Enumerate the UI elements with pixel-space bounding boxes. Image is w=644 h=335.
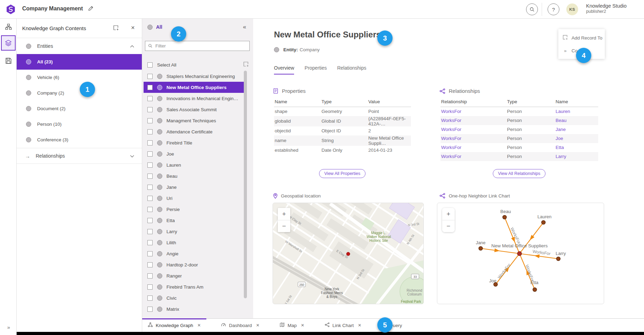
- entity-type-item[interactable]: Document (2): [17, 101, 142, 116]
- cell-link[interactable]: Beau: [555, 116, 598, 125]
- one-hop-link-chart[interactable]: + − BeauWorksForLaurenJaneLarryWorksForJ…: [437, 203, 604, 304]
- item-checkbox[interactable]: [147, 273, 153, 279]
- item-checkbox[interactable]: [147, 196, 153, 201]
- list-item[interactable]: Persie: [144, 204, 244, 215]
- record-tab-overview[interactable]: Overview: [274, 65, 294, 74]
- chevron-down-icon[interactable]: [130, 153, 134, 159]
- relationships-section-header[interactable]: → Relationships: [17, 148, 142, 164]
- item-checkbox[interactable]: [147, 218, 153, 223]
- list-item[interactable]: Staplers Mechanical Engineering: [144, 71, 244, 82]
- expand-rail-icon[interactable]: »: [0, 324, 17, 330]
- item-checkbox[interactable]: [147, 174, 153, 179]
- item-checkbox[interactable]: [147, 262, 153, 267]
- zoom-in-button[interactable]: +: [442, 208, 455, 220]
- close-tab-icon[interactable]: ✕: [358, 323, 361, 328]
- list-item[interactable]: Jane: [144, 182, 244, 193]
- cell-link[interactable]: Jane: [555, 125, 598, 134]
- close-panel-icon[interactable]: ✕: [131, 25, 135, 30]
- entity-type-item[interactable]: Company (2): [17, 85, 142, 101]
- select-all-checkbox[interactable]: [147, 62, 153, 68]
- link-chart-node[interactable]: [542, 221, 546, 224]
- entity-type-item[interactable]: Vehicle (6): [17, 70, 142, 85]
- cell-link[interactable]: WorksFor: [440, 125, 506, 134]
- cell-link[interactable]: WorksFor: [440, 116, 506, 125]
- close-tab-icon[interactable]: ✕: [256, 323, 259, 328]
- list-item[interactable]: Joe: [144, 148, 244, 159]
- close-tab-icon[interactable]: ✕: [301, 323, 304, 328]
- cell-link[interactable]: WorksFor: [440, 152, 506, 161]
- view-tab-knowledge-graph[interactable]: Knowledge Graph✕: [142, 319, 206, 332]
- list-item[interactable]: Firebird Trans Am: [144, 281, 244, 292]
- item-checkbox[interactable]: [147, 229, 153, 234]
- item-checkbox[interactable]: [147, 96, 153, 101]
- add-record-icon[interactable]: [243, 61, 249, 69]
- list-item[interactable]: New Metal Office Suppliers: [144, 82, 244, 93]
- link-chart-center-node[interactable]: [517, 252, 522, 256]
- link-chart-node[interactable]: [557, 257, 560, 261]
- item-checkbox[interactable]: [147, 240, 153, 245]
- help-icon[interactable]: ?: [548, 3, 559, 15]
- list-item[interactable]: Angie: [144, 248, 244, 259]
- save-icon[interactable]: [0, 55, 17, 67]
- record-tab-properties[interactable]: Properties: [304, 65, 327, 74]
- scrollbar-thumb[interactable]: [244, 71, 247, 298]
- view-tab-dashboard[interactable]: Dashboard✕: [215, 319, 265, 332]
- item-checkbox[interactable]: [147, 74, 153, 79]
- list-item[interactable]: Attendance Certificate: [144, 126, 244, 137]
- view-all-relationships-button[interactable]: View All Relationships: [493, 169, 546, 178]
- entity-type-item[interactable]: Conference (3): [17, 132, 142, 148]
- list-item[interactable]: Lauren: [144, 159, 244, 170]
- item-checkbox[interactable]: [147, 251, 153, 256]
- list-item[interactable]: Uri: [144, 193, 244, 204]
- list-item[interactable]: Innovations in Mechanical Engin…: [144, 93, 244, 104]
- cell-link[interactable]: Larry: [555, 152, 598, 161]
- item-checkbox[interactable]: [147, 284, 153, 290]
- search-icon[interactable]: [526, 3, 538, 15]
- item-checkbox[interactable]: [147, 307, 153, 312]
- item-checkbox[interactable]: [147, 296, 153, 301]
- zoom-out-button[interactable]: −: [278, 220, 290, 232]
- list-item[interactable]: Etta: [144, 215, 244, 226]
- edit-title-icon[interactable]: [88, 6, 94, 12]
- user-info[interactable]: Knowledge Studio publisher2: [586, 3, 627, 15]
- zoom-out-button[interactable]: −: [442, 220, 455, 232]
- collapse-panel-icon[interactable]: «: [243, 24, 246, 30]
- list-item[interactable]: Hardtop 2-door: [144, 259, 244, 270]
- list-item[interactable]: Matrix: [144, 303, 244, 315]
- item-checkbox[interactable]: [147, 129, 153, 134]
- entities-section-header[interactable]: Entities: [17, 38, 142, 54]
- entity-type-item[interactable]: All (23): [17, 54, 142, 70]
- record-tab-relationships[interactable]: Relationships: [337, 65, 366, 74]
- list-item[interactable]: Managment Techniques: [144, 115, 244, 126]
- cell-link[interactable]: Lauren: [555, 107, 598, 116]
- layers-icon[interactable]: [1, 35, 16, 51]
- cell-link[interactable]: WorksFor: [440, 134, 506, 143]
- list-item[interactable]: Sales Associate Summit: [144, 104, 244, 115]
- item-checkbox[interactable]: [147, 107, 153, 112]
- list-item[interactable]: Ranger: [144, 270, 244, 281]
- entity-type-item[interactable]: Person (10): [17, 116, 142, 132]
- view-tab-link-chart[interactable]: Link Chart✕: [319, 319, 367, 332]
- item-checkbox[interactable]: [147, 162, 153, 168]
- list-item[interactable]: Civic: [144, 292, 244, 303]
- link-chart-node[interactable]: [479, 247, 483, 250]
- item-checkbox[interactable]: [147, 185, 153, 190]
- link-chart-node[interactable]: [533, 288, 537, 292]
- cell-link[interactable]: Joe: [555, 134, 598, 143]
- cell-link[interactable]: WorksFor: [440, 107, 506, 116]
- chevron-up-icon[interactable]: [130, 43, 134, 49]
- item-checkbox[interactable]: [147, 151, 153, 157]
- menu-item-add-record-to[interactable]: Add Record To: [558, 31, 605, 45]
- item-checkbox[interactable]: [147, 207, 153, 212]
- link-chart-node[interactable]: [503, 215, 507, 219]
- item-checkbox[interactable]: [147, 85, 153, 90]
- list-item[interactable]: Beau: [144, 170, 244, 182]
- cell-link[interactable]: WorksFor: [440, 143, 506, 152]
- list-item[interactable]: Lilith: [144, 237, 244, 248]
- cell-link[interactable]: Etta: [555, 143, 598, 152]
- item-checkbox[interactable]: [147, 118, 153, 123]
- list-item[interactable]: Firebird Title: [144, 137, 244, 148]
- zoom-in-button[interactable]: +: [278, 208, 290, 220]
- data-model-icon[interactable]: [0, 21, 17, 33]
- list-item[interactable]: Larry: [144, 226, 244, 237]
